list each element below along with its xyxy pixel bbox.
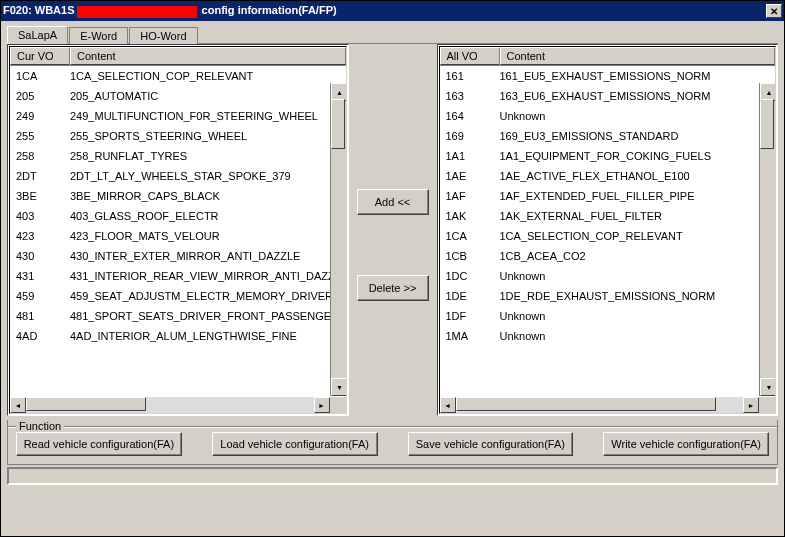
- list-item[interactable]: 1CB1CB_ACEA_CO2: [440, 246, 760, 266]
- list-item-content: Unknown: [500, 110, 760, 122]
- list-item[interactable]: 1AK1AK_EXTERNAL_FUEL_FILTER: [440, 206, 760, 226]
- list-item[interactable]: 1A11A1_EQUIPMENT_FOR_COKING_FUELS: [440, 146, 760, 166]
- list-item-content: 205_AUTOMATIC: [70, 90, 330, 102]
- list-item[interactable]: 1CA1CA_SELECTION_COP_RELEVANT: [440, 226, 760, 246]
- list-item-vo: 1CA: [10, 70, 70, 82]
- list-item-vo: 1CB: [440, 250, 500, 262]
- add-button[interactable]: Add <<: [357, 189, 429, 215]
- list-item-content: Unknown: [500, 310, 760, 322]
- list-item-content: 1A1_EQUIPMENT_FOR_COKING_FUELS: [500, 150, 760, 162]
- list-item-content: 3BE_MIRROR_CAPS_BLACK: [70, 190, 330, 202]
- read-config-button[interactable]: Read vehicle configuration(FA): [16, 432, 182, 456]
- list-item-content: 1AE_ACTIVE_FLEX_ETHANOL_E100: [500, 170, 760, 182]
- list-item-content: 430_INTER_EXTER_MIRROR_ANTI_DAZZLE: [70, 250, 330, 262]
- close-button[interactable]: ✕: [766, 4, 782, 18]
- list-item[interactable]: 258258_RUNFLAT_TYRES: [10, 146, 330, 166]
- list-item-content: 1AF_EXTENDED_FUEL_FILLER_PIPE: [500, 190, 760, 202]
- list-item[interactable]: 4AD4AD_INTERIOR_ALUM_LENGTHWISE_FINE: [10, 326, 330, 346]
- redacted-vin-icon: [77, 6, 197, 18]
- list-item[interactable]: 1CA1CA_SELECTION_COP_RELEVANT: [10, 66, 330, 86]
- list-item-vo: 169: [440, 130, 500, 142]
- list-item-content: 1CB_ACEA_CO2: [500, 250, 760, 262]
- list-item-content: 1CA_SELECTION_COP_RELEVANT: [500, 230, 760, 242]
- list-item-vo: 255: [10, 130, 70, 142]
- list-item-vo: 430: [10, 250, 70, 262]
- tab-eword[interactable]: E-Word: [69, 27, 128, 45]
- list-item-content: 403_GLASS_ROOF_ELECTR: [70, 210, 330, 222]
- list-item-content: 1AK_EXTERNAL_FUEL_FILTER: [500, 210, 760, 222]
- window-title: F020: WBA1S config information(FA/FP): [3, 4, 766, 17]
- list-item[interactable]: 423423_FLOOR_MATS_VELOUR: [10, 226, 330, 246]
- list-item-vo: 481: [10, 310, 70, 322]
- title-bar: F020: WBA1S config information(FA/FP) ✕: [1, 1, 784, 21]
- load-config-button[interactable]: Load vehicle configuration(FA): [212, 432, 378, 456]
- status-bar: [7, 467, 778, 485]
- list-item-content: 2DT_LT_ALY_WHEELS_STAR_SPOKE_379: [70, 170, 330, 182]
- tab-salapa[interactable]: SaLapA: [7, 26, 68, 44]
- list-item-vo: 1DF: [440, 310, 500, 322]
- tab-howord[interactable]: HO-Word: [129, 27, 197, 45]
- col-header-content-right[interactable]: Content: [500, 47, 776, 65]
- list-item-vo: 403: [10, 210, 70, 222]
- list-item[interactable]: 1DCUnknown: [440, 266, 760, 286]
- scrollbar-vertical-left[interactable]: [330, 83, 346, 396]
- list-item-content: 481_SPORT_SEATS_DRIVER_FRONT_PASSENGER: [70, 310, 330, 322]
- list-item[interactable]: 1MAUnknown: [440, 326, 760, 346]
- list-item[interactable]: 161161_EU5_EXHAUST_EMISSIONS_NORM: [440, 66, 760, 86]
- list-item[interactable]: 430430_INTER_EXTER_MIRROR_ANTI_DAZZLE: [10, 246, 330, 266]
- list-item[interactable]: 481481_SPORT_SEATS_DRIVER_FRONT_PASSENGE…: [10, 306, 330, 326]
- list-item-vo: 1DC: [440, 270, 500, 282]
- list-item[interactable]: 1DE1DE_RDE_EXHAUST_EMISSIONS_NORM: [440, 286, 760, 306]
- list-item[interactable]: 164Unknown: [440, 106, 760, 126]
- list-item[interactable]: 169169_EU3_EMISSIONS_STANDARD: [440, 126, 760, 146]
- list-item-content: 163_EU6_EXHAUST_EMISSIONS_NORM: [500, 90, 760, 102]
- delete-button[interactable]: Delete >>: [357, 275, 429, 301]
- list-item-vo: 1DE: [440, 290, 500, 302]
- list-item[interactable]: 1AF1AF_EXTENDED_FUEL_FILLER_PIPE: [440, 186, 760, 206]
- list-item[interactable]: 163163_EU6_EXHAUST_EMISSIONS_NORM: [440, 86, 760, 106]
- col-header-all-vo[interactable]: All VO: [440, 47, 500, 65]
- col-header-cur-vo[interactable]: Cur VO: [10, 47, 70, 65]
- transfer-buttons: Add << Delete >>: [353, 44, 433, 416]
- list-item-vo: 1AE: [440, 170, 500, 182]
- list-item-content: 161_EU5_EXHAUST_EMISSIONS_NORM: [500, 70, 760, 82]
- list-item-vo: 1AF: [440, 190, 500, 202]
- list-item[interactable]: 1DFUnknown: [440, 306, 760, 326]
- function-group: Function Read vehicle configuration(FA) …: [7, 420, 778, 465]
- list-item-vo: 205: [10, 90, 70, 102]
- list-item-vo: 3BE: [10, 190, 70, 202]
- list-item-vo: 431: [10, 270, 70, 282]
- tab-strip: SaLapA E-Word HO-Word: [1, 21, 784, 44]
- list-item[interactable]: 255255_SPORTS_STEERING_WHEEL: [10, 126, 330, 146]
- list-item[interactable]: 403403_GLASS_ROOF_ELECTR: [10, 206, 330, 226]
- scrollbar-horizontal-left[interactable]: ◄►: [10, 397, 346, 413]
- save-config-button[interactable]: Save vehicle configuration(FA): [408, 432, 574, 456]
- col-header-content-left[interactable]: Content: [70, 47, 346, 65]
- list-item[interactable]: 2DT2DT_LT_ALY_WHEELS_STAR_SPOKE_379: [10, 166, 330, 186]
- list-item-content: 249_MULTIFUNCTION_F0R_STEERING_WHEEL: [70, 110, 330, 122]
- list-item-content: 1CA_SELECTION_COP_RELEVANT: [70, 70, 330, 82]
- list-item-vo: 2DT: [10, 170, 70, 182]
- list-item[interactable]: 431431_INTERIOR_REAR_VIEW_MIRROR_ANTI_DA…: [10, 266, 330, 286]
- list-item[interactable]: 249249_MULTIFUNCTION_F0R_STEERING_WHEEL: [10, 106, 330, 126]
- list-item-content: 423_FLOOR_MATS_VELOUR: [70, 230, 330, 242]
- list-item[interactable]: 3BE3BE_MIRROR_CAPS_BLACK: [10, 186, 330, 206]
- write-config-button[interactable]: Write vehicle configuration(FA): [603, 432, 769, 456]
- scrollbar-horizontal-right[interactable]: ◄►: [440, 397, 776, 413]
- cur-vo-list[interactable]: Cur VO Content 1CA1CA_SELECTION_COP_RELE…: [7, 44, 349, 416]
- list-item-content: 459_SEAT_ADJUSTM_ELECTR_MEMORY_DRIVER_FR: [70, 290, 330, 302]
- list-item-vo: 249: [10, 110, 70, 122]
- list-item-content: Unknown: [500, 330, 760, 342]
- list-item[interactable]: 205205_AUTOMATIC: [10, 86, 330, 106]
- all-vo-list[interactable]: All VO Content 161161_EU5_EXHAUST_EMISSI…: [437, 44, 779, 416]
- list-item-vo: 4AD: [10, 330, 70, 342]
- list-item[interactable]: 459459_SEAT_ADJUSTM_ELECTR_MEMORY_DRIVER…: [10, 286, 330, 306]
- list-item-content: 255_SPORTS_STEERING_WHEEL: [70, 130, 330, 142]
- list-item[interactable]: 1AE1AE_ACTIVE_FLEX_ETHANOL_E100: [440, 166, 760, 186]
- scrollbar-vertical-right[interactable]: [759, 83, 775, 396]
- list-item-content: Unknown: [500, 270, 760, 282]
- list-item-vo: 1A1: [440, 150, 500, 162]
- list-item-content: 1DE_RDE_EXHAUST_EMISSIONS_NORM: [500, 290, 760, 302]
- list-item-vo: 1AK: [440, 210, 500, 222]
- list-item-vo: 1CA: [440, 230, 500, 242]
